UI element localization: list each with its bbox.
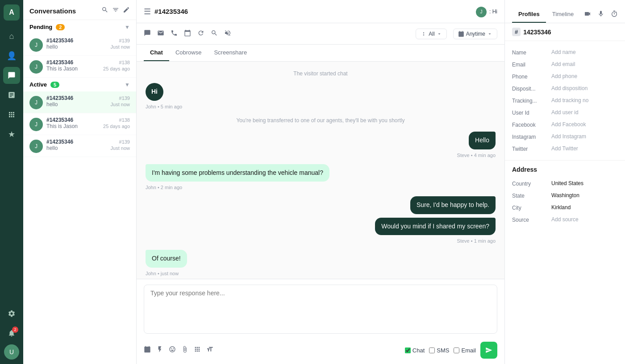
active-section-header[interactable]: Active 5 ▼ bbox=[23, 78, 136, 91]
tab-cobrowse[interactable]: Cobrowse bbox=[169, 45, 208, 61]
conv-id: #14235346 bbox=[46, 95, 73, 101]
chat-input-area: Chat SMS Email bbox=[137, 279, 504, 364]
mute-icon[interactable] bbox=[224, 29, 231, 38]
msg-row-ofcourse: Of course! bbox=[146, 250, 496, 268]
address-state-value[interactable]: Washington bbox=[551, 192, 618, 199]
conv-avatar: J bbox=[29, 60, 43, 74]
attach-icon[interactable] bbox=[181, 346, 188, 355]
profile-tracking-row: Tracking... Add tracking no bbox=[512, 95, 618, 107]
profile-userid-row: User Id Add user id bbox=[512, 107, 618, 119]
channel-sms[interactable]: SMS bbox=[429, 347, 449, 354]
profile-twitter-value[interactable]: Add Twitter bbox=[551, 145, 618, 152]
mic-icon[interactable] bbox=[597, 10, 604, 19]
address-country-value[interactable]: United States bbox=[551, 180, 618, 186]
chat-textarea[interactable] bbox=[144, 285, 497, 334]
timer-icon[interactable] bbox=[611, 10, 618, 19]
lightning-icon[interactable] bbox=[156, 346, 163, 355]
sidebar-nav: A ⌂ 👤 ★ 2 U bbox=[0, 0, 23, 364]
tab-screenshare[interactable]: Screenshare bbox=[208, 45, 253, 61]
search-msg-icon[interactable] bbox=[211, 29, 218, 38]
profile-name-value[interactable]: Add name bbox=[551, 49, 618, 55]
nav-conversations[interactable] bbox=[3, 67, 20, 84]
active-item-2[interactable]: J #14235346 #138 This is Jason 25 days a… bbox=[23, 113, 136, 135]
emoji-icon[interactable] bbox=[169, 346, 176, 355]
active-item-3[interactable]: J #14235346 #139 hello Just now bbox=[23, 135, 136, 157]
phone-icon[interactable] bbox=[171, 29, 178, 38]
active-chevron-icon: ▼ bbox=[125, 82, 130, 88]
menu-icon[interactable]: ☰ bbox=[144, 7, 151, 17]
nav-reports[interactable] bbox=[3, 87, 20, 103]
profile-phone-label: Phone bbox=[512, 73, 548, 80]
pending-item-2[interactable]: J #14235346 #138 This is Jason 25 days a… bbox=[23, 56, 136, 78]
filter-icon[interactable] bbox=[112, 6, 119, 15]
conv-time: Just now bbox=[111, 145, 130, 151]
right-tabs: Profiles Timeline bbox=[512, 6, 580, 23]
channel-chat[interactable]: Chat bbox=[405, 347, 425, 354]
filter-all-dropdown[interactable]: All bbox=[416, 29, 446, 39]
chat-main: ☰ #14235346 J : Hi bbox=[137, 0, 504, 364]
profile-instagram-label: Instagram bbox=[512, 133, 548, 140]
profile-phone-value[interactable]: Add phone bbox=[551, 73, 618, 79]
chat-input-box bbox=[137, 279, 504, 338]
search-icon[interactable] bbox=[101, 6, 108, 15]
refresh-icon[interactable] bbox=[197, 29, 204, 38]
video-icon[interactable] bbox=[584, 10, 591, 19]
chat-conv-id: #14235346 bbox=[154, 8, 188, 15]
address-source-value[interactable]: Add source bbox=[551, 216, 618, 223]
conv-info: #14235346 #138 This is Jason 25 days ago bbox=[46, 117, 130, 129]
nav-contacts[interactable]: 👤 bbox=[3, 47, 20, 64]
nav-notifications[interactable]: 2 bbox=[3, 325, 20, 342]
calendar-icon[interactable] bbox=[184, 29, 191, 38]
send-button[interactable] bbox=[480, 342, 497, 359]
address-city-value[interactable]: Kirkland bbox=[551, 204, 618, 211]
font-icon[interactable] bbox=[206, 346, 213, 355]
conv-num: #139 bbox=[119, 95, 130, 101]
channel-chat-checkbox[interactable] bbox=[405, 347, 411, 353]
grid-icon[interactable] bbox=[194, 346, 201, 355]
active-badge: 5 bbox=[50, 82, 59, 88]
compose-icon[interactable] bbox=[123, 6, 130, 15]
input-right: Chat SMS Email bbox=[405, 342, 497, 359]
chat-header: ☰ #14235346 J : Hi bbox=[137, 0, 504, 23]
conv-time: Just now bbox=[111, 102, 130, 107]
address-country-label: Country bbox=[512, 180, 548, 187]
profile-tracking-value[interactable]: Add tracking no bbox=[551, 97, 618, 103]
profile-email-value[interactable]: Add email bbox=[551, 61, 618, 67]
profile-userid-value[interactable]: Add user id bbox=[551, 109, 618, 116]
right-conv-id-text: 14235346 bbox=[523, 29, 551, 36]
profile-facebook-value[interactable]: Add Facebook bbox=[551, 121, 618, 128]
address-city-row: City Kirkland bbox=[512, 202, 618, 214]
channel-email-checkbox[interactable] bbox=[454, 347, 459, 353]
chat-toolbar: All Anytime bbox=[137, 23, 504, 45]
conv-num: #139 bbox=[119, 38, 130, 43]
conversations-header: Conversations bbox=[23, 0, 136, 20]
profile-instagram-value[interactable]: Add Instagram bbox=[551, 133, 618, 140]
tab-chat[interactable]: Chat bbox=[144, 45, 169, 61]
note-icon[interactable] bbox=[144, 29, 151, 38]
msg-meta-hi: John • 5 min ago bbox=[146, 104, 496, 109]
right-panel: Profiles Timeline # 14235346 Name Add na… bbox=[504, 0, 625, 364]
nav-favorites[interactable]: ★ bbox=[3, 126, 20, 143]
filter-anytime-dropdown[interactable]: Anytime bbox=[453, 29, 497, 39]
channel-sms-checkbox[interactable] bbox=[429, 347, 435, 353]
nav-settings[interactable] bbox=[3, 305, 20, 322]
profile-disposition-value[interactable]: Add disposition bbox=[551, 85, 618, 91]
msg-bubble-sure: Sure, I'd be happy to help. bbox=[410, 196, 496, 214]
emoji-calendar-icon[interactable] bbox=[144, 346, 151, 355]
channel-email[interactable]: Email bbox=[454, 347, 476, 354]
chat-tabs: Chat Cobrowse Screenshare bbox=[137, 45, 504, 62]
tab-timeline[interactable]: Timeline bbox=[546, 6, 580, 23]
pending-section-header[interactable]: Pending 2 ▼ bbox=[23, 20, 136, 34]
profile-name-row: Name Add name bbox=[512, 46, 618, 58]
user-avatar[interactable]: U bbox=[4, 344, 19, 360]
nav-apps[interactable] bbox=[3, 106, 20, 123]
tab-profiles[interactable]: Profiles bbox=[512, 6, 546, 23]
conv-avatar: J bbox=[29, 140, 43, 153]
msg-row-hello: Hello bbox=[146, 132, 496, 149]
active-item-1[interactable]: J #14235346 #139 hello Just now bbox=[23, 91, 136, 113]
email-icon[interactable] bbox=[157, 29, 164, 38]
app-logo: A bbox=[4, 4, 20, 21]
nav-home[interactable]: ⌂ bbox=[3, 28, 20, 45]
pending-label: Pending bbox=[29, 24, 52, 30]
pending-item-1[interactable]: J #14235346 #139 hello Just now bbox=[23, 34, 136, 56]
